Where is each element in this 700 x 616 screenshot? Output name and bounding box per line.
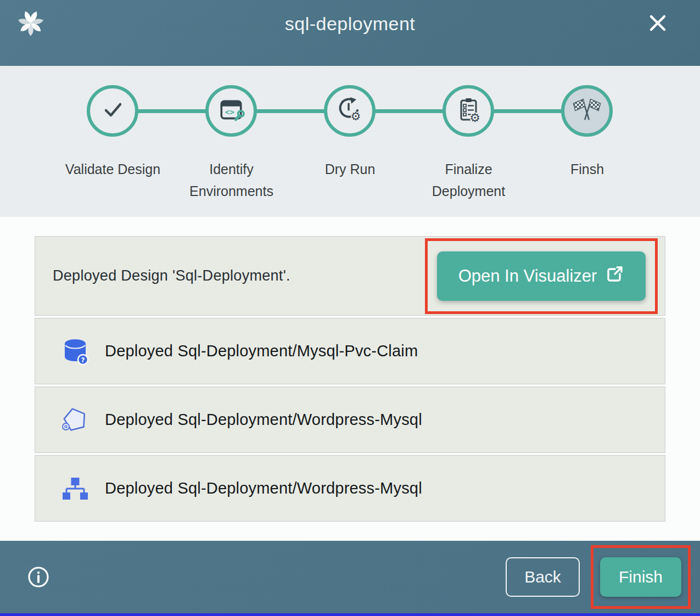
step-finalize-deployment[interactable]: ⚙ (443, 85, 494, 137)
visualizer-button-label: Open In Visualizer (458, 266, 597, 286)
step-label-finalize-deployment: Finalize Deployment (418, 158, 519, 202)
modal-header: sql-deployment (0, 0, 700, 66)
topology-icon (61, 474, 89, 503)
svg-text:⚙: ⚙ (351, 110, 361, 123)
pod-shape-icon (61, 406, 89, 434)
dry-run-icon: ⚙ (335, 96, 364, 126)
result-row-wordpress: Deployed Sql-Deployment/Wordpress-Mysql (35, 387, 665, 453)
result-row-text: Deployed Sql-Deployment/Wordpress-Mysql (105, 479, 422, 497)
deployment-wizard-modal: sql-deployment <> (0, 0, 700, 616)
result-row-pvc: ? Deployed Sql-Deployment/Mysql-Pvc-Clai… (35, 318, 665, 384)
result-row-topology: Deployed Sql-Deployment/Wordpress-Mysql (35, 455, 665, 522)
step-finish[interactable] (561, 85, 613, 137)
database-icon: ? (61, 337, 89, 366)
external-link-icon (606, 265, 624, 288)
design-result-row: Deployed Design 'Sql-Deployment'. Open I… (35, 236, 665, 316)
step-label-finish: Finsh (536, 158, 638, 180)
modal-title: sql-deployment (0, 13, 700, 35)
finish-flags-icon (571, 94, 603, 128)
checklist-gear-icon: ⚙ (454, 96, 483, 126)
finish-highlight-box: Finish (591, 545, 691, 609)
step-identify-environments[interactable]: <> (205, 85, 257, 137)
svg-text:<>: <> (225, 107, 235, 116)
result-row-text: Deployed Sql-Deployment/Wordpress-Mysql (105, 411, 422, 429)
code-config-icon: <> (217, 96, 245, 126)
step-dry-run[interactable]: ⚙ (324, 85, 376, 137)
bottom-edge-bar (0, 613, 700, 616)
deployment-results: Deployed Design 'Sql-Deployment'. Open I… (0, 217, 700, 541)
step-label-validate-design: Validate Design (62, 158, 164, 180)
step-validate-design[interactable] (87, 85, 138, 137)
info-icon[interactable] (27, 566, 49, 588)
svg-text:?: ? (81, 356, 85, 364)
modal-footer: Back Finish (0, 541, 700, 613)
step-label-dry-run: Dry Run (299, 158, 401, 180)
wizard-stepper: <> ⚙ (0, 66, 700, 217)
design-result-message: Deployed Design 'Sql-Deployment'. (53, 267, 290, 284)
result-row-text: Deployed Sql-Deployment/Mysql-Pvc-Claim (105, 342, 418, 360)
svg-text:⚙: ⚙ (469, 111, 480, 125)
open-in-visualizer-button[interactable]: Open In Visualizer (437, 251, 646, 301)
close-icon[interactable] (646, 11, 670, 35)
finish-button[interactable]: Finish (600, 557, 681, 597)
check-icon (99, 97, 126, 125)
step-label-identify-environments: Identify Environments (181, 158, 282, 202)
back-button[interactable]: Back (506, 557, 580, 597)
visualizer-highlight-box: Open In Visualizer (425, 238, 658, 314)
